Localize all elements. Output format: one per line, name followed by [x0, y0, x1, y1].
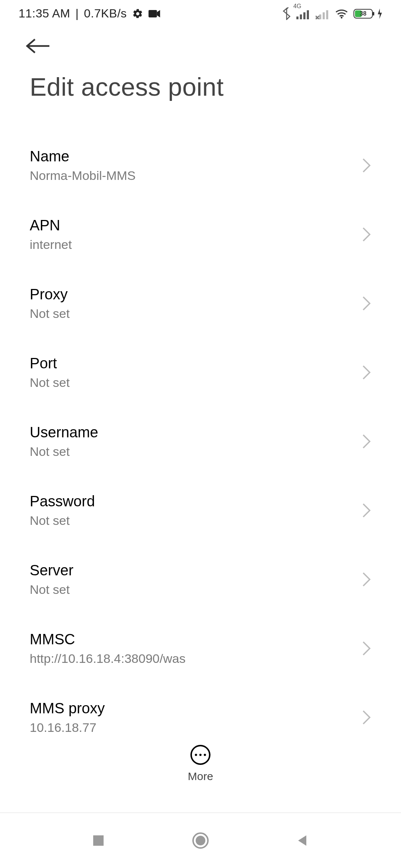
- chevron-right-icon: [362, 227, 371, 242]
- svg-rect-0: [149, 10, 157, 17]
- chevron-right-icon: [362, 641, 371, 656]
- svg-rect-3: [303, 12, 306, 19]
- chevron-right-icon: [362, 365, 371, 380]
- row-value: Not set: [30, 513, 371, 528]
- row-value: http://10.16.18.4:38090/was: [30, 651, 371, 666]
- row-value: 10.16.18.77: [30, 720, 371, 735]
- wifi-icon: [335, 8, 348, 19]
- row-mmsc[interactable]: MMSC http://10.16.18.4:38090/was: [30, 614, 371, 683]
- row-value: Not set: [30, 582, 371, 597]
- svg-rect-8: [326, 10, 328, 19]
- chevron-right-icon: [362, 503, 371, 518]
- nav-home-button[interactable]: [192, 832, 209, 849]
- row-value: Not set: [30, 306, 371, 321]
- bluetooth-icon: [282, 7, 291, 20]
- row-value: internet: [30, 237, 371, 252]
- status-time: 11:35 AM: [19, 7, 70, 20]
- svg-rect-7: [323, 12, 325, 19]
- android-nav-bar: [0, 812, 401, 868]
- page-title: Edit access point: [0, 54, 401, 131]
- settings-icon: [132, 8, 143, 19]
- row-label: APN: [30, 217, 371, 234]
- svg-marker-20: [298, 835, 306, 846]
- row-label: Name: [30, 148, 371, 165]
- video-icon: [149, 9, 161, 19]
- svg-rect-1: [296, 16, 299, 19]
- row-apn[interactable]: APN internet: [30, 200, 371, 269]
- nav-recent-button[interactable]: [91, 833, 106, 848]
- chevron-right-icon: [362, 434, 371, 449]
- more-label: More: [188, 770, 213, 783]
- svg-text:38: 38: [360, 10, 366, 17]
- row-proxy[interactable]: Proxy Not set: [30, 269, 371, 338]
- row-server[interactable]: Server Not set: [30, 545, 371, 614]
- row-label: Password: [30, 493, 371, 510]
- row-password[interactable]: Password Not set: [30, 476, 371, 545]
- cellular-signal-4g-icon: 4G: [296, 8, 310, 19]
- row-value: Not set: [30, 444, 371, 459]
- chevron-right-icon: [362, 572, 371, 587]
- status-speed: 0.7KB/s: [84, 7, 127, 20]
- cellular-label: 4G: [293, 3, 301, 10]
- cellular-signal-nosim-icon: [316, 8, 330, 19]
- chevron-right-icon: [362, 158, 371, 173]
- row-label: MMS proxy: [30, 700, 371, 717]
- row-name[interactable]: Name Norma-Mobil-MMS: [30, 131, 371, 200]
- row-label: Username: [30, 424, 371, 441]
- svg-rect-13: [373, 12, 374, 16]
- row-label: Proxy: [30, 286, 371, 303]
- svg-rect-4: [307, 10, 309, 19]
- status-bar: 11:35 AM | 0.7KB/s 4G 38: [0, 0, 401, 27]
- row-label: MMSC: [30, 631, 371, 648]
- status-sep: |: [75, 7, 79, 20]
- svg-point-11: [341, 17, 343, 19]
- back-button[interactable]: [0, 27, 401, 54]
- chevron-right-icon: [362, 296, 371, 311]
- svg-rect-6: [319, 14, 322, 19]
- more-icon: [190, 745, 211, 765]
- svg-rect-17: [93, 835, 104, 846]
- settings-list: Name Norma-Mobil-MMS APN internet Proxy …: [0, 131, 401, 752]
- row-mms-proxy[interactable]: MMS proxy 10.16.18.77: [30, 683, 371, 752]
- battery-icon: 38: [353, 8, 382, 19]
- row-value: Norma-Mobil-MMS: [30, 168, 371, 183]
- chevron-right-icon: [362, 710, 371, 725]
- svg-point-19: [196, 836, 205, 845]
- row-port[interactable]: Port Not set: [30, 338, 371, 407]
- row-label: Port: [30, 355, 371, 372]
- svg-rect-2: [300, 14, 302, 19]
- nav-back-button[interactable]: [295, 833, 310, 848]
- row-username[interactable]: Username Not set: [30, 407, 371, 476]
- row-label: Server: [30, 562, 371, 579]
- row-value: Not set: [30, 375, 371, 390]
- more-button[interactable]: More: [188, 745, 213, 783]
